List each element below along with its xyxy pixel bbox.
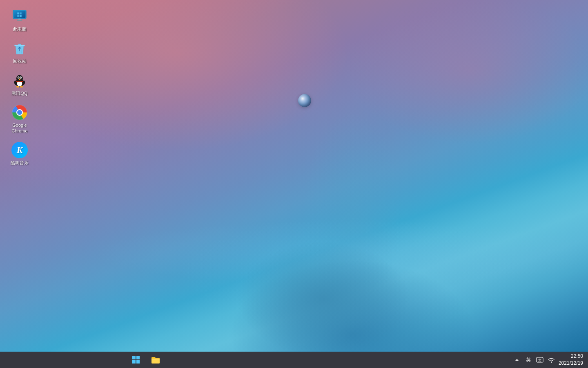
svg-point-22: [21, 77, 21, 78]
file-explorer-button[interactable]: [147, 352, 164, 368]
svg-rect-3: [17, 13, 19, 15]
svg-point-40: [551, 361, 552, 362]
tray-expand-button[interactable]: [513, 356, 521, 364]
qq-icon: [11, 72, 28, 89]
svg-point-16: [16, 75, 23, 81]
desktop-icon-chrome[interactable]: Google Chrome: [5, 103, 34, 136]
svg-rect-35: [136, 360, 140, 364]
taskbar: 英 文 22:50 2021/12/19: [0, 352, 588, 368]
svg-point-23: [19, 79, 21, 80]
svg-rect-33: [136, 356, 140, 359]
desktop-icon-this-pc[interactable]: 此电脑: [5, 7, 34, 34]
svg-rect-10: [18, 44, 21, 45]
recycle-bin-label: 回收站: [13, 58, 27, 64]
kuwo-icon: K: [11, 142, 28, 158]
svg-rect-5: [17, 15, 19, 17]
recycle-bin-icon: [11, 40, 28, 56]
clock-display[interactable]: 22:50 2021/12/19: [559, 353, 583, 367]
qq-label: 腾讯QQ: [11, 90, 27, 96]
svg-rect-7: [18, 19, 21, 20]
svg-rect-36: [151, 359, 160, 359]
desktop-icon-qq[interactable]: 腾讯QQ: [5, 71, 34, 98]
svg-rect-6: [20, 15, 22, 17]
chrome-label: Google Chrome: [7, 122, 33, 134]
desktop-icon-kuwo[interactable]: K 酷狗音乐: [5, 140, 34, 167]
chrome-icon: [11, 104, 28, 121]
this-pc-icon: [11, 8, 28, 25]
svg-marker-37: [515, 359, 519, 361]
water-drop: [298, 94, 311, 107]
taskbar-left: [0, 352, 292, 368]
svg-point-24: [16, 86, 19, 88]
svg-rect-4: [20, 13, 22, 15]
clock-date: 2021/12/19: [559, 360, 583, 367]
this-pc-label: 此电脑: [13, 26, 27, 32]
network-icon[interactable]: [547, 356, 555, 364]
svg-point-25: [20, 86, 23, 88]
ime-icon[interactable]: 文: [536, 356, 544, 364]
desktop-icons: 此电脑: [0, 0, 39, 176]
taskbar-right: 英 文 22:50 2021/12/19: [292, 353, 588, 367]
clock-time: 22:50: [571, 353, 583, 360]
svg-rect-34: [132, 360, 136, 364]
start-button[interactable]: [128, 352, 144, 368]
svg-point-30: [17, 110, 22, 115]
svg-rect-9: [14, 45, 24, 46]
svg-rect-32: [132, 356, 136, 359]
svg-point-21: [19, 77, 19, 78]
svg-rect-8: [17, 20, 22, 21]
svg-text:文: 文: [538, 359, 541, 362]
language-indicator[interactable]: 英: [524, 356, 532, 364]
kuwo-k-letter: K: [11, 142, 28, 158]
desktop: 此电脑: [0, 0, 588, 352]
kuwo-label: 酷狗音乐: [11, 160, 29, 166]
desktop-icon-recycle-bin[interactable]: 回收站: [5, 38, 34, 65]
